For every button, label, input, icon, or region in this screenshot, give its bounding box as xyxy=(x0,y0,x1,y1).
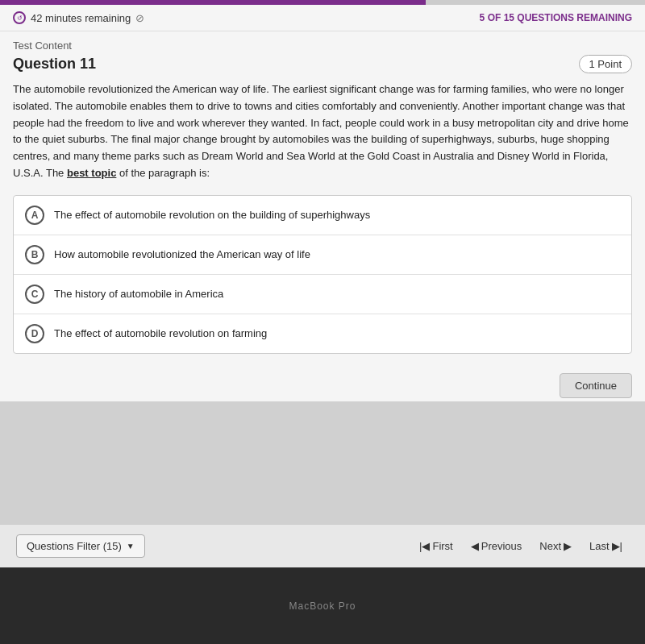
timer-label: 42 minutes remaining xyxy=(31,12,131,24)
last-icon: ▶| xyxy=(612,540,622,552)
passage-text: The automobile revolutionized the Americ… xyxy=(13,83,629,179)
first-button[interactable]: |◀ First xyxy=(413,535,460,557)
top-bar: ↺ 42 minutes remaining ⊘ 5 OF 15 QUESTIO… xyxy=(0,5,645,31)
question-title: Question 11 xyxy=(13,56,96,73)
option-row-b[interactable]: B How automobile revolutionized the Amer… xyxy=(14,235,631,275)
timer-section: ↺ 42 minutes remaining ⊘ xyxy=(13,11,144,24)
passage-bold-underline: best topic xyxy=(67,167,116,179)
bottom-nav: Questions Filter (15) ▼ |◀ First ◀ Previ… xyxy=(0,524,645,567)
option-text-a: The effect of automobile revolution on t… xyxy=(54,209,370,221)
first-icon: |◀ xyxy=(419,540,430,552)
continue-section: Continue xyxy=(13,367,632,401)
dropdown-arrow-icon: ▼ xyxy=(127,542,135,551)
questions-filter-label: Questions Filter (15) xyxy=(27,540,122,552)
option-letter-b: B xyxy=(25,245,44,264)
option-row-a[interactable]: A The effect of automobile revolution on… xyxy=(14,196,631,235)
option-letter-c: C xyxy=(25,285,44,304)
passage-end: of the paragraph is: xyxy=(116,167,210,179)
next-icon: ▶ xyxy=(564,540,572,552)
last-label: Last xyxy=(589,540,610,552)
previous-button[interactable]: ◀ Previous xyxy=(464,535,529,557)
macbook-bar: MacBook Pro xyxy=(0,567,645,644)
previous-label: Previous xyxy=(481,540,522,552)
timer-icon: ↺ xyxy=(13,11,26,24)
continue-button[interactable]: Continue xyxy=(560,373,632,398)
option-text-b: How automobile revolutionized the Americ… xyxy=(54,248,310,260)
main-content: Test Content Question 11 1 Point The aut… xyxy=(0,31,645,401)
questions-remaining-suffix: OF 15 QUESTIONS REMAINING xyxy=(488,12,632,23)
next-label: Next xyxy=(539,540,561,552)
questions-filter-button[interactable]: Questions Filter (15) ▼ xyxy=(16,534,145,558)
question-header: Question 11 1 Point xyxy=(13,55,632,73)
point-badge: 1 Point xyxy=(579,55,632,73)
previous-icon: ◀ xyxy=(471,540,479,552)
option-row-d[interactable]: D The effect of automobile revolution on… xyxy=(14,314,631,353)
last-button[interactable]: Last ▶| xyxy=(583,535,629,557)
option-letter-a: A xyxy=(25,206,44,225)
nav-buttons: |◀ First ◀ Previous Next ▶ Last ▶| xyxy=(413,535,629,557)
macbook-label: MacBook Pro xyxy=(289,600,356,612)
options-container: A The effect of automobile revolution on… xyxy=(13,195,632,354)
question-text: The automobile revolutionized the Americ… xyxy=(13,81,632,182)
option-text-d: The effect of automobile revolution on f… xyxy=(54,327,267,339)
cancel-icon: ⊘ xyxy=(135,12,144,24)
option-letter-d: D xyxy=(25,324,44,343)
option-row-c[interactable]: C The history of automobile in America xyxy=(14,275,631,314)
option-text-c: The history of automobile in America xyxy=(54,288,223,300)
questions-remaining: 5 OF 15 QUESTIONS REMAINING xyxy=(480,12,632,23)
first-label: First xyxy=(432,540,452,552)
test-content-label: Test Content xyxy=(13,39,632,52)
next-button[interactable]: Next ▶ xyxy=(533,535,578,557)
